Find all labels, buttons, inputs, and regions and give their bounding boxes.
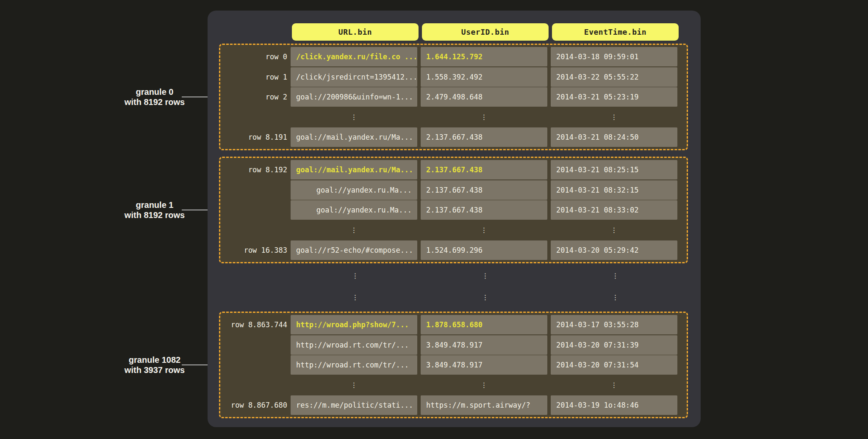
eventtime-cell: 2014-03-19 1o:48:46 [551, 395, 677, 415]
userid-cell: 1.558.392.492 [421, 67, 547, 87]
vertical-ellipsis-icon: ⋮ [551, 227, 677, 234]
vertical-ellipsis-icon: ⋮ [421, 114, 547, 121]
userid-cell: 2.479.498.648 [421, 87, 547, 107]
vertical-ellipsis-icon: ⋮ [551, 382, 677, 389]
granule-0-annotation-line2: with 8192 rows [85, 97, 225, 107]
row-index-label: row 1 [220, 73, 287, 81]
table-row: http://wroad.rt.com/tr/... 3.849.478.917… [220, 335, 687, 355]
between-granules-ellipsis-row: ⋮ ⋮ ⋮ [292, 271, 679, 281]
granules-diagram: granule 0 with 8192 rows granule 1 with … [0, 0, 868, 439]
eventtime-cell: 2014-03-20 05:29:42 [551, 240, 677, 260]
granule-0-box: row 0 /click.yandex.ru/file.co ... 1.644… [219, 44, 688, 150]
table-row: row 8.867.680 res://m.me/politic/stati..… [220, 395, 687, 415]
url-cell: /click/jsredircnt=1395412... [291, 67, 417, 87]
url-cell: goal://200986&uinfo=wn-1... [291, 87, 417, 107]
url-cell: goal://mail.yandex.ru/Ma... [291, 160, 417, 179]
url-cell: goal://yandex.ru.Ma... [291, 200, 417, 220]
ellipsis-row: ⋮ ⋮ ⋮ [220, 375, 687, 395]
userid-cell: 2.137.667.438 [421, 160, 547, 179]
table-row: row 16.383 goal://r52-echo/#compose... 1… [220, 240, 687, 260]
url-cell: http://wroad.php?show/7... [291, 315, 417, 334]
vertical-ellipsis-icon: ⋮ [421, 227, 547, 234]
table-row: row 0 /click.yandex.ru/file.co ... 1.644… [220, 47, 687, 66]
eventtime-cell: 2014-03-22 05:55:22 [551, 67, 677, 87]
granule-1082-box: row 8.863.744 http://wroad.php?show/7...… [219, 312, 688, 418]
eventtime-cell: 2014-03-21 05:23:19 [551, 87, 677, 107]
url-cell: http://wroad.rt.com/tr/... [291, 335, 417, 355]
eventtime-cell: 2014-03-21 08:25:15 [551, 160, 677, 179]
url-cell: /click.yandex.ru/file.co ... [291, 47, 417, 66]
granule-1082-annotation-line2: with 3937 rows [85, 365, 225, 375]
vertical-ellipsis-icon: ⋮ [292, 271, 419, 281]
row-index-label: row 8.192 [220, 166, 287, 174]
url-cell: goal://yandex.ru.Ma... [291, 180, 417, 200]
vertical-ellipsis-icon: ⋮ [291, 114, 417, 121]
vertical-ellipsis-icon: ⋮ [421, 382, 547, 389]
column-header-eventtime: EventTime.bin [552, 23, 679, 41]
userid-cell: 2.137.667.438 [421, 180, 547, 200]
userid-cell: 3.849.478.917 [421, 335, 547, 355]
table-row: row 1 /click/jsredircnt=1395412... 1.558… [220, 67, 687, 87]
table-row: http://wroad.rt.com/tr/... 3.849.478.917… [220, 355, 687, 375]
table-row: row 8.863.744 http://wroad.php?show/7...… [220, 315, 687, 334]
granule-1-annotation-line1: granule 1 [85, 200, 225, 210]
row-index-label: row 0 [220, 52, 287, 61]
ellipsis-row: ⋮ ⋮ ⋮ [220, 221, 687, 240]
granule-1-box: row 8.192 goal://mail.yandex.ru/Ma... 2.… [219, 157, 688, 263]
eventtime-cell: 2014-03-18 09:59:01 [551, 47, 677, 66]
table-row: row 8.191 goal://mail.yandex.ru/Ma... 2.… [220, 127, 687, 147]
userid-cell: 3.849.478.917 [421, 355, 547, 375]
userid-cell: https://m.sport.airway/? [421, 395, 547, 415]
vertical-ellipsis-icon: ⋮ [552, 271, 679, 281]
vertical-ellipsis-icon: ⋮ [422, 271, 549, 281]
ellipsis-row: ⋮ ⋮ ⋮ [220, 108, 687, 127]
granule-0-annotation-line1: granule 0 [85, 87, 225, 97]
eventtime-cell: 2014-03-21 08:32:15 [551, 180, 677, 200]
vertical-ellipsis-icon: ⋮ [552, 293, 679, 303]
column-headers: URL.bin UserID.bin EventTime.bin [292, 23, 679, 41]
eventtime-cell: 2014-03-21 08:24:50 [551, 127, 677, 147]
userid-cell: 2.137.667.438 [421, 127, 547, 147]
url-cell: goal://r52-echo/#compose... [291, 240, 417, 260]
row-index-label: row 8.863.744 [220, 320, 287, 329]
row-index-label: row 16.383 [220, 246, 287, 254]
table-row: row 8.192 goal://mail.yandex.ru/Ma... 2.… [220, 160, 687, 179]
row-index-label: row 8.191 [220, 133, 287, 141]
column-header-userid: UserID.bin [422, 23, 549, 41]
eventtime-cell: 2014-03-17 03:55:28 [551, 315, 677, 334]
userid-cell: 1.524.699.296 [421, 240, 547, 260]
table-row: goal://yandex.ru.Ma... 2.137.667.438 201… [220, 180, 687, 200]
table-row: row 2 goal://200986&uinfo=wn-1... 2.479.… [220, 87, 687, 107]
eventtime-cell: 2014-03-20 07:31:39 [551, 335, 677, 355]
vertical-ellipsis-icon: ⋮ [551, 114, 677, 121]
eventtime-cell: 2014-03-20 07:31:54 [551, 355, 677, 375]
vertical-ellipsis-icon: ⋮ [291, 382, 417, 389]
userid-cell: 1.644.125.792 [421, 47, 547, 66]
granule-1-annotation-line2: with 8192 rows [85, 210, 225, 220]
url-cell: http://wroad.rt.com/tr/... [291, 355, 417, 375]
table-row: goal://yandex.ru.Ma... 2.137.667.438 201… [220, 200, 687, 220]
column-header-url: URL.bin [292, 23, 419, 41]
url-cell: res://m.me/politic/stati... [291, 395, 417, 415]
table-panel: URL.bin UserID.bin EventTime.bin row 0 /… [208, 11, 701, 427]
eventtime-cell: 2014-03-21 08:33:02 [551, 200, 677, 220]
vertical-ellipsis-icon: ⋮ [292, 293, 419, 303]
vertical-ellipsis-icon: ⋮ [291, 227, 417, 234]
userid-cell: 1.878.658.680 [421, 315, 547, 334]
url-cell: goal://mail.yandex.ru/Ma... [291, 127, 417, 147]
vertical-ellipsis-icon: ⋮ [422, 293, 549, 303]
userid-cell: 2.137.667.438 [421, 200, 547, 220]
between-granules-ellipsis-row: ⋮ ⋮ ⋮ [292, 293, 679, 303]
granule-1082-annotation-line1: granule 1082 [85, 355, 225, 365]
row-index-label: row 8.867.680 [220, 401, 287, 409]
row-index-label: row 2 [220, 93, 287, 101]
